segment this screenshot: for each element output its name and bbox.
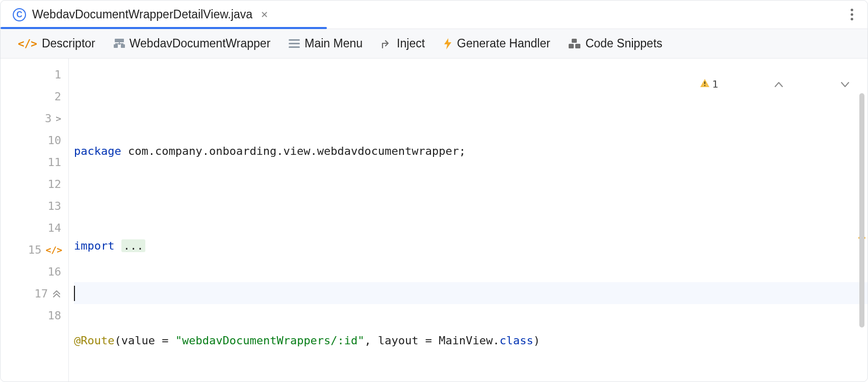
svg-rect-0 — [115, 39, 124, 42]
tab-active-underline — [1, 27, 327, 29]
descriptor-icon: </> — [18, 38, 37, 50]
line-number: 13 — [46, 200, 61, 212]
prev-highlight-icon[interactable] — [723, 65, 784, 103]
editor-tabs: C WebdavDocumentWrapperDetailView.java ✕ — [1, 1, 867, 29]
scrollbar-thumb[interactable] — [859, 93, 864, 328]
svg-rect-11 — [704, 81, 705, 84]
line-number: 15 — [26, 243, 41, 256]
editor-toolbar: </> Descriptor WebdavDocumentWrapper Mai… — [1, 29, 867, 59]
code-line[interactable]: package com.company.onboarding.view.webd… — [74, 140, 867, 162]
warning-count: 1 — [712, 78, 718, 90]
editor-tab-active[interactable]: C WebdavDocumentWrapperDetailView.java ✕ — [1, 1, 285, 29]
svg-rect-12 — [704, 85, 705, 86]
warning-icon — [639, 66, 710, 103]
folded-region[interactable]: ... — [121, 239, 146, 252]
code-snippets-icon — [569, 39, 581, 49]
main-menu-icon — [289, 39, 300, 48]
entity-icon — [114, 39, 125, 49]
main-menu-label: Main Menu — [304, 37, 363, 50]
next-highlight-icon[interactable] — [790, 65, 851, 103]
line-number: 16 — [46, 265, 61, 278]
warnings-indicator[interactable]: 1 — [639, 66, 718, 103]
svg-rect-2 — [121, 44, 125, 48]
svg-rect-7 — [289, 46, 300, 48]
inject-icon — [381, 38, 392, 49]
line-number: 3 — [36, 112, 52, 125]
entity-label: WebdavDocumentWrapper — [130, 37, 271, 50]
line-number: 1 — [46, 68, 61, 81]
descriptor-action[interactable]: </> Descriptor — [18, 37, 95, 50]
navigate-gutter-icon[interactable] — [52, 289, 61, 298]
code-line[interactable]: @ViewController("WebdavDocumentWrapper.d… — [74, 377, 867, 382]
inspection-widget[interactable]: 1 — [639, 65, 851, 103]
code-editor[interactable]: 1 2 3 > 10 11 12 13 14 15 </> 16 17 18 — [1, 59, 867, 381]
line-number: 14 — [46, 222, 61, 234]
main-menu-action[interactable]: Main Menu — [289, 37, 363, 50]
error-stripe[interactable] — [858, 63, 865, 381]
svg-rect-5 — [289, 39, 300, 41]
line-number: 2 — [46, 90, 61, 103]
line-number: 17 — [33, 287, 48, 300]
fold-expand-icon[interactable]: > — [56, 113, 61, 124]
editor-gutter[interactable]: 1 2 3 > 10 11 12 13 14 15 </> 16 17 18 — [1, 59, 69, 381]
lightning-icon — [443, 38, 452, 50]
tab-filename: WebdavDocumentWrapperDetailView.java — [32, 8, 252, 21]
inject-label: Inject — [397, 37, 425, 50]
generate-handler-label: Generate Handler — [457, 37, 550, 50]
descriptor-label: Descriptor — [42, 37, 95, 50]
svg-rect-6 — [289, 43, 300, 44]
line-number: 11 — [46, 156, 61, 169]
line-number: 18 — [46, 309, 61, 322]
svg-rect-8 — [569, 44, 574, 48]
svg-rect-9 — [575, 44, 580, 48]
code-line[interactable] — [74, 187, 867, 209]
tab-options-menu-icon[interactable] — [841, 4, 862, 25]
generate-handler-action[interactable]: Generate Handler — [443, 37, 550, 50]
code-snippets-label: Code Snippets — [585, 37, 662, 50]
close-tab-icon[interactable]: ✕ — [259, 9, 270, 20]
svg-rect-4 — [115, 43, 123, 44]
code-area[interactable]: 1 package com.company.onboarding.view.we… — [69, 59, 867, 381]
entity-action[interactable]: WebdavDocumentWrapper — [114, 37, 271, 50]
svg-rect-1 — [114, 44, 118, 48]
code-line[interactable]: import ... — [74, 235, 867, 257]
java-class-icon: C — [13, 8, 26, 21]
svg-rect-10 — [572, 39, 577, 43]
code-line[interactable]: @Route(value = "webdavDocumentWrappers/:… — [74, 330, 867, 351]
line-number: 10 — [46, 134, 61, 147]
line-number: 12 — [46, 178, 61, 190]
code-snippets-action[interactable]: Code Snippets — [569, 37, 662, 50]
inject-action[interactable]: Inject — [381, 37, 425, 50]
text-caret — [74, 286, 75, 301]
descriptor-gutter-icon[interactable]: </> — [45, 244, 62, 255]
code-line-current[interactable] — [74, 282, 867, 304]
